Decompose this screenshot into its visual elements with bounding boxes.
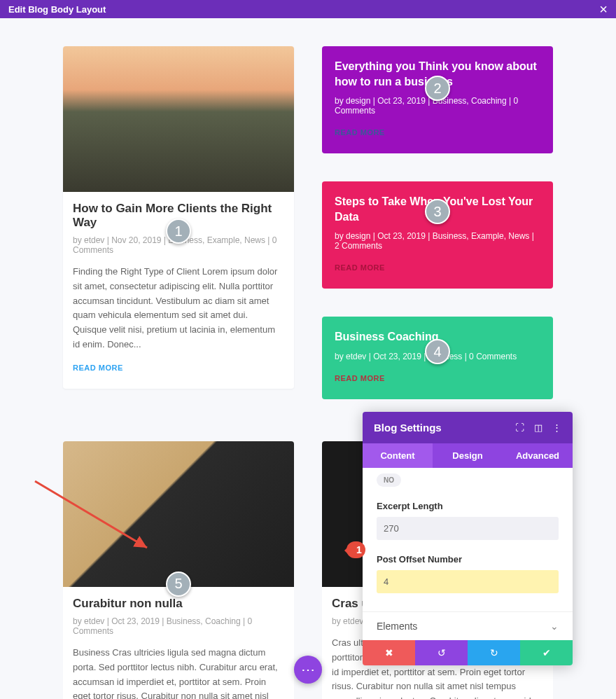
redo-button[interactable]: ↻ xyxy=(468,640,520,665)
annotation-badge: 5 xyxy=(166,572,191,597)
panel-header: Blog Settings ⛶ ◫ ⋮ xyxy=(363,412,573,443)
bottom-left-card[interactable]: 5 Curabitur non nulla by etdev | Oct 23,… xyxy=(63,441,294,699)
blog-settings-panel[interactable]: Blog Settings ⛶ ◫ ⋮ Content Design Advan… xyxy=(363,412,573,665)
post-meta: by etdev | Oct 23, 2019 | Business, Coac… xyxy=(73,616,284,636)
panel-footer: ✖ ↺ ↻ ✔ xyxy=(363,640,573,665)
read-more-link[interactable]: READ MORE xyxy=(335,263,540,272)
elements-section[interactable]: Elements ⌄ xyxy=(363,611,573,640)
panel-body: NO Excerpt Length Post Offset Number xyxy=(363,468,573,611)
more-icon[interactable]: ⋮ xyxy=(552,422,561,433)
left-column: 1 How to Gain More Clients the Right Way… xyxy=(63,46,294,399)
elements-label: Elements xyxy=(377,621,417,632)
undo-button[interactable]: ↺ xyxy=(415,640,468,665)
post-meta: by design | Oct 23, 2019 | Business, Exa… xyxy=(335,231,540,251)
post-title: Curabitur non nulla xyxy=(73,597,284,611)
editor-title: Edit Blog Body Layout xyxy=(8,4,106,15)
featured-post-card[interactable]: 1 How to Gain More Clients the Right Way… xyxy=(63,46,294,389)
panel-header-icons: ⛶ ◫ ⋮ xyxy=(515,422,561,433)
side-post-card[interactable]: Everything you Think you know about how … xyxy=(322,46,553,153)
read-more-link[interactable]: READ MORE xyxy=(73,364,284,372)
post-offset-input[interactable] xyxy=(377,570,559,593)
panel-tabs: Content Design Advanced xyxy=(363,443,573,468)
close-icon[interactable]: × xyxy=(599,2,608,16)
editor-topbar: Edit Blog Body Layout × xyxy=(0,0,616,18)
panel-title: Blog Settings xyxy=(374,422,442,434)
post-excerpt: Finding the Right Type of Client Lorem i… xyxy=(73,265,284,352)
annotation-badge: 4 xyxy=(425,339,450,364)
post-body: Curabitur non nulla by etdev | Oct 23, 2… xyxy=(63,587,294,699)
annotation-badge: 3 xyxy=(425,199,450,224)
expand-icon[interactable]: ⛶ xyxy=(515,422,524,433)
snap-icon[interactable]: ◫ xyxy=(534,422,542,433)
tab-advanced[interactable]: Advanced xyxy=(503,443,573,468)
post-offset-label: Post Offset Number xyxy=(377,554,559,565)
excerpt-length-label: Excerpt Length xyxy=(377,501,559,511)
post-image xyxy=(63,441,294,587)
read-more-link[interactable]: READ MORE xyxy=(335,128,540,137)
side-post-card[interactable]: Steps to Take When You've Lost Your Data… xyxy=(322,181,553,289)
chevron-down-icon: ⌄ xyxy=(550,621,559,632)
discard-button[interactable]: ✖ xyxy=(363,640,415,665)
annotation-callout: 1 xyxy=(346,541,365,558)
post-image xyxy=(63,46,294,192)
read-more-link[interactable]: READ MORE xyxy=(335,374,540,382)
grid-row-1: 1 How to Gain More Clients the Right Way… xyxy=(0,18,616,399)
tab-design[interactable]: Design xyxy=(433,443,503,468)
right-column: Everything you Think you know about how … xyxy=(322,46,553,399)
excerpt-length-input[interactable] xyxy=(377,517,559,540)
annotation-badge: 1 xyxy=(166,219,191,244)
tab-content[interactable]: Content xyxy=(363,443,433,468)
post-excerpt: Business Cras ultricies ligula sed magna… xyxy=(73,646,284,699)
side-post-card[interactable]: Business Coaching by etdev | Oct 23, 201… xyxy=(322,317,553,399)
save-button[interactable]: ✔ xyxy=(520,640,573,665)
fab-more-icon[interactable]: ⋯ xyxy=(294,656,322,684)
toggle-no[interactable]: NO xyxy=(377,473,401,487)
annotation-badge: 2 xyxy=(425,76,450,101)
